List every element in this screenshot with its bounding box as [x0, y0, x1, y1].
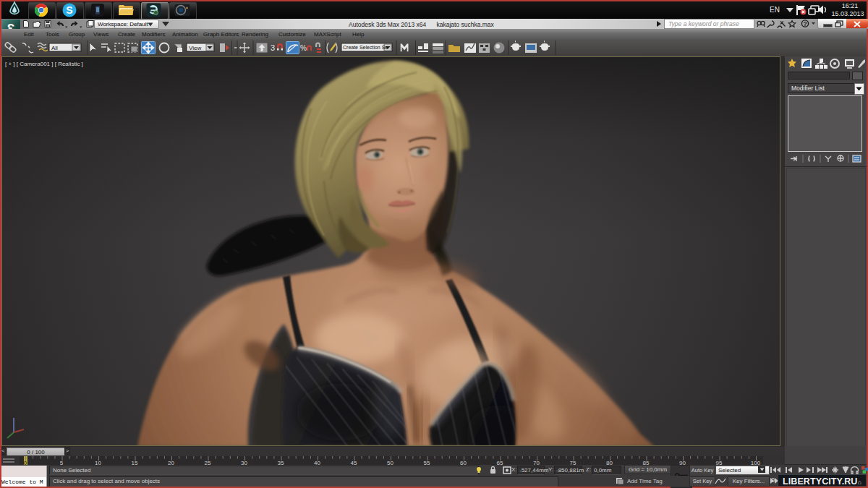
svg-text:3: 3	[271, 43, 275, 52]
svg-text:All: All	[51, 45, 58, 51]
svg-text:%: %	[300, 44, 307, 52]
svg-text:[ + ] [ Camera001 ] [ Realisti: [ + ] [ Camera001 ] [ Realistic ]	[5, 61, 83, 67]
svg-text:Create Selection Se: Create Selection Se	[343, 45, 388, 50]
svg-text:?: ?	[803, 20, 807, 27]
svg-text:View: View	[189, 45, 201, 51]
svg-text:S: S	[66, 4, 72, 16]
